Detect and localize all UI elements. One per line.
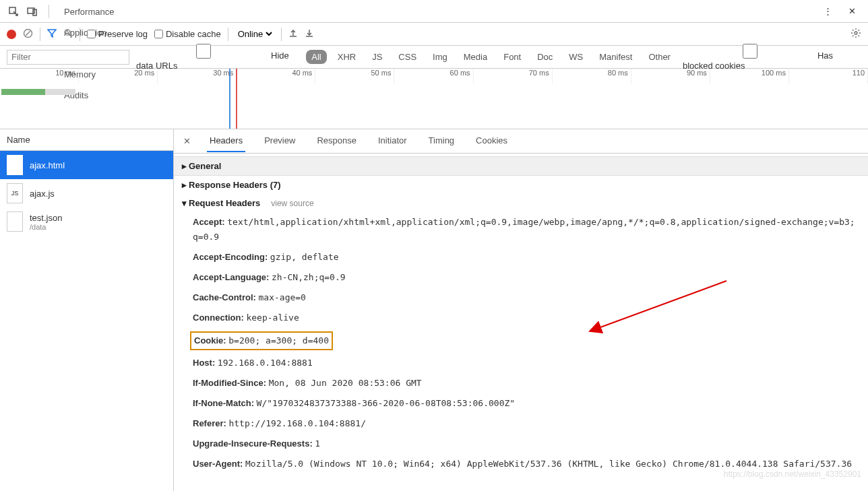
- request-header-row: If-None-Match: W/"1970324837373388-366-2…: [174, 393, 868, 414]
- detail-tab-response[interactable]: Response: [314, 130, 359, 152]
- header-name: Accept-Encoding:: [193, 252, 270, 262]
- upload-har-icon[interactable]: [288, 28, 298, 40]
- request-details: ✕ HeadersPreviewResponseInitiatorTimingC…: [174, 129, 868, 491]
- settings-gear-icon[interactable]: [850, 28, 861, 40]
- filter-row: Hide data URLs AllXHRJSCSSImgMediaFontDo…: [0, 46, 868, 69]
- view-source-link[interactable]: view source: [271, 199, 313, 208]
- separator: [49, 5, 49, 18]
- file-icon: [7, 211, 23, 232]
- request-header-row: Cache-Control: max-age=0: [174, 288, 868, 308]
- record-button[interactable]: [7, 30, 16, 39]
- header-name: Accept:: [193, 217, 227, 227]
- filter-type-doc[interactable]: Doc: [532, 50, 558, 64]
- throttle-select[interactable]: Online: [235, 28, 274, 40]
- detail-body: ▸General ▸Response Headers (7) ▾Request …: [174, 154, 868, 491]
- request-name: test.json: [30, 213, 62, 223]
- separator: [80, 28, 80, 41]
- separator: [281, 28, 282, 41]
- header-value: 192.168.0.104:8881: [218, 358, 313, 368]
- file-icon: JS: [7, 183, 23, 203]
- request-path: /data: [30, 223, 62, 231]
- header-name: Cache-Control:: [193, 292, 259, 302]
- header-value: W/"1970324837373388-366-2020-06-08T08:53…: [257, 398, 516, 408]
- device-toggle-icon[interactable]: [24, 3, 40, 20]
- header-value: Mon, 08 Jun 2020 08:53:06 GMT: [269, 378, 422, 388]
- header-name: Connection:: [193, 313, 246, 323]
- hide-data-urls-checkbox[interactable]: Hide data URLs: [136, 44, 299, 71]
- filter-type-all[interactable]: All: [306, 50, 326, 64]
- timeline-tick: 20 ms: [79, 69, 158, 84]
- devtools-main-tabs: ElementsConsoleNetworkSourcesPerformance…: [0, 0, 868, 23]
- timeline-domcontent-line: [229, 69, 230, 129]
- timeline-tick: 40 ms: [237, 69, 315, 84]
- request-header-row: Accept-Language: zh-CN,zh;q=0.9: [174, 267, 868, 288]
- header-name: Host:: [193, 358, 218, 368]
- header-value: max-age=0: [259, 292, 306, 302]
- detail-tab-timing[interactable]: Timing: [426, 130, 458, 152]
- request-header-row: Accept: text/html,application/xhtml+xml,…: [174, 212, 868, 247]
- timeline-tick: 30 ms: [158, 69, 237, 84]
- request-item[interactable]: test.json/data: [0, 207, 173, 236]
- network-timeline[interactable]: 10 ms20 ms30 ms40 ms50 ms60 ms70 ms80 ms…: [0, 69, 868, 129]
- detail-tab-preview[interactable]: Preview: [261, 130, 298, 152]
- disable-cache-checkbox[interactable]: Disable cache: [154, 29, 221, 39]
- svg-point-7: [855, 32, 857, 34]
- svg-point-5: [65, 30, 70, 35]
- detail-tab-headers[interactable]: Headers: [207, 130, 245, 152]
- cookie-highlight-box: Cookie: b=200; a=300; d=400: [190, 331, 333, 350]
- download-har-icon[interactable]: [305, 28, 314, 40]
- separator: [228, 28, 228, 41]
- request-list: Name <>ajax.htmlJSajax.jstest.json/data: [0, 129, 174, 491]
- request-header-row: Cookie: b=200; a=300; d=400: [174, 329, 868, 353]
- filter-input[interactable]: [7, 50, 129, 65]
- filter-type-manifest[interactable]: Manifest: [594, 50, 638, 64]
- request-name: ajax.js: [30, 189, 55, 199]
- timeline-tick: 60 ms: [394, 69, 473, 84]
- kebab-menu-icon[interactable]: ⋮: [819, 3, 836, 20]
- detail-tab-initiator[interactable]: Initiator: [375, 130, 410, 152]
- detail-tabs: ✕ HeadersPreviewResponseInitiatorTimingC…: [174, 129, 868, 154]
- header-value: b=200; a=300; d=400: [228, 335, 329, 346]
- main-tab-performance[interactable]: Performance: [55, 1, 123, 22]
- header-value: 1: [315, 438, 320, 449]
- filter-type-xhr[interactable]: XHR: [332, 50, 361, 64]
- request-item[interactable]: JSajax.js: [0, 179, 173, 207]
- timeline-tick: 70 ms: [474, 69, 553, 84]
- header-value: gzip, deflate: [270, 252, 339, 262]
- filter-icon[interactable]: [47, 28, 57, 40]
- filter-type-media[interactable]: Media: [458, 50, 493, 64]
- watermark: https://blog.csdn.net/weixin_43352901: [724, 469, 861, 479]
- filter-type-css[interactable]: CSS: [393, 50, 422, 64]
- filter-type-img[interactable]: Img: [427, 50, 453, 64]
- close-devtools-icon[interactable]: ✕: [844, 3, 860, 20]
- section-response-headers[interactable]: ▸Response Headers (7): [174, 176, 868, 194]
- request-header-row: Accept-Encoding: gzip, deflate: [174, 247, 868, 267]
- request-list-header[interactable]: Name: [0, 129, 173, 151]
- svg-line-6: [69, 34, 72, 37]
- inspect-icon[interactable]: [5, 3, 22, 20]
- header-name: Upgrade-Insecure-Requests:: [193, 438, 315, 449]
- search-icon[interactable]: [63, 28, 73, 40]
- filter-type-js[interactable]: JS: [367, 50, 388, 64]
- separator: [40, 28, 40, 41]
- header-value: http://192.168.0.104:8881/: [228, 418, 366, 428]
- blocked-cookies-checkbox[interactable]: Has blocked cookies: [683, 44, 861, 71]
- request-header-row: Host: 192.168.0.104:8881: [174, 353, 868, 373]
- close-details-icon[interactable]: ✕: [179, 136, 195, 146]
- preserve-log-checkbox[interactable]: Preserve log: [87, 29, 148, 39]
- detail-tab-cookies[interactable]: Cookies: [473, 130, 510, 152]
- filter-type-font[interactable]: Font: [498, 50, 526, 64]
- header-name: User-Agent:: [193, 459, 245, 469]
- request-item[interactable]: <>ajax.html: [0, 151, 173, 179]
- request-name: ajax.html: [30, 160, 65, 170]
- timeline-bar-fg: [1, 89, 45, 95]
- filter-type-other[interactable]: Other: [643, 50, 676, 64]
- header-name: Cookie:: [194, 335, 228, 346]
- timeline-tick: 80 ms: [553, 69, 631, 84]
- header-name: Accept-Language:: [193, 272, 272, 282]
- section-request-headers[interactable]: ▾Request Headersview source: [174, 194, 868, 212]
- filter-type-ws[interactable]: WS: [563, 50, 588, 64]
- timeline-tick: 100 ms: [710, 69, 789, 84]
- section-general[interactable]: ▸General: [174, 156, 868, 176]
- clear-button[interactable]: [23, 28, 33, 40]
